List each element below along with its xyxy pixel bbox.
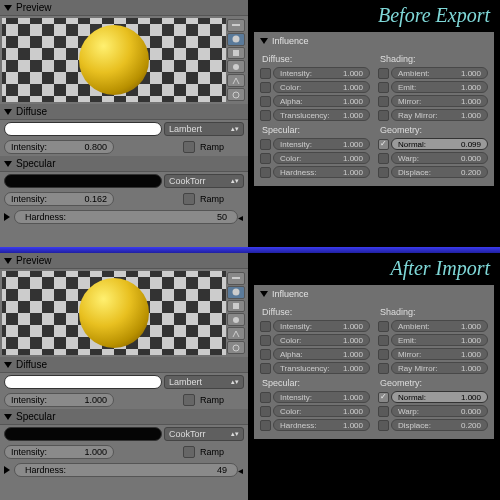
influence-field[interactable]: Alpha:1.000: [273, 348, 370, 360]
diffuse-intensity-field[interactable]: Intensity:0.800: [4, 140, 114, 154]
influence-checkbox[interactable]: [378, 96, 389, 107]
influence-field[interactable]: Normal:1.000: [391, 391, 488, 403]
influence-checkbox[interactable]: [260, 68, 271, 79]
influence-field[interactable]: Translucency:1.000: [273, 109, 370, 121]
influence-field[interactable]: Color:1.000: [273, 334, 370, 346]
influence-checkbox[interactable]: [260, 82, 271, 93]
influence-field[interactable]: Mirror:1.000: [391, 348, 488, 360]
hardness-field[interactable]: Hardness:50: [14, 210, 238, 224]
influence-field[interactable]: Emit:1.000: [391, 334, 488, 346]
influence-field[interactable]: Intensity:1.000: [273, 320, 370, 332]
influence-group-label: Geometry:: [378, 123, 488, 136]
influence-field[interactable]: Intensity:1.000: [273, 67, 370, 79]
influence-checkbox[interactable]: [378, 392, 389, 403]
intensity-label: Intensity:: [11, 142, 84, 152]
monkey-icon[interactable]: [227, 60, 245, 73]
influence-checkbox[interactable]: [260, 392, 271, 403]
influence-field[interactable]: Mirror:1.000: [391, 95, 488, 107]
specular-shader-dropdown[interactable]: CookTorr▴▾: [164, 427, 244, 441]
preview-header[interactable]: Preview: [0, 253, 248, 269]
influence-field[interactable]: Color:1.000: [273, 152, 370, 164]
influence-field[interactable]: Emit:1.000: [391, 81, 488, 93]
influence-field[interactable]: Warp:0.000: [391, 405, 488, 417]
influence-field[interactable]: Normal:0.099: [391, 138, 488, 150]
specular-shader-dropdown[interactable]: CookTorr▴▾: [164, 174, 244, 188]
influence-checkbox[interactable]: [378, 139, 389, 150]
influence-checkbox[interactable]: [260, 167, 271, 178]
influence-checkbox[interactable]: [260, 153, 271, 164]
influence-field[interactable]: Alpha:1.000: [273, 95, 370, 107]
influence-checkbox[interactable]: [260, 139, 271, 150]
influence-field[interactable]: Color:1.000: [273, 405, 370, 417]
cube-icon[interactable]: [227, 47, 245, 60]
influence-checkbox[interactable]: [260, 363, 271, 374]
influence-field[interactable]: Translucency:1.000: [273, 362, 370, 374]
diffuse-header[interactable]: Diffuse: [0, 104, 248, 120]
influence-checkbox[interactable]: [378, 82, 389, 93]
influence-checkbox[interactable]: [378, 406, 389, 417]
diffuse-shader-dropdown[interactable]: Lambert▴▾: [164, 122, 244, 136]
diffuse-color[interactable]: [4, 122, 162, 136]
sky-icon[interactable]: [227, 341, 245, 354]
influence-checkbox[interactable]: [260, 349, 271, 360]
influence-field-value: 1.000: [461, 364, 481, 373]
influence-field[interactable]: Intensity:1.000: [273, 138, 370, 150]
specular-intensity-field[interactable]: Intensity:0.162: [4, 192, 114, 206]
influence-field[interactable]: Ambient:1.000: [391, 320, 488, 332]
specular-color[interactable]: [4, 174, 162, 188]
hair-icon[interactable]: [227, 327, 245, 340]
chevron-right-icon[interactable]: [4, 466, 10, 474]
influence-field[interactable]: Intensity:1.000: [273, 391, 370, 403]
specular-intensity-field[interactable]: Intensity:1.000: [4, 445, 114, 459]
diffuse-color[interactable]: [4, 375, 162, 389]
preview-header[interactable]: Preview: [0, 0, 248, 16]
influence-field[interactable]: Ray Mirror:1.000: [391, 109, 488, 121]
influence-checkbox[interactable]: [378, 321, 389, 332]
influence-checkbox[interactable]: [260, 420, 271, 431]
influence-field[interactable]: Hardness:1.000: [273, 419, 370, 431]
diffuse-shader-dropdown[interactable]: Lambert▴▾: [164, 375, 244, 389]
hair-icon[interactable]: [227, 74, 245, 87]
influence-checkbox[interactable]: [260, 335, 271, 346]
influence-field[interactable]: Hardness:1.000: [273, 166, 370, 178]
influence-checkbox[interactable]: [260, 96, 271, 107]
influence-checkbox[interactable]: [260, 110, 271, 121]
specular-ramp-check[interactable]: [183, 446, 195, 458]
influence-field-value: 1.000: [343, 407, 363, 416]
diffuse-intensity-field[interactable]: Intensity:1.000: [4, 393, 114, 407]
influence-field[interactable]: Ray Mirror:1.000: [391, 362, 488, 374]
specular-header[interactable]: Specular: [0, 409, 248, 425]
influence-field[interactable]: Color:1.000: [273, 81, 370, 93]
specular-header[interactable]: Specular: [0, 156, 248, 172]
monkey-icon[interactable]: [227, 313, 245, 326]
flat-icon[interactable]: [227, 19, 245, 32]
influence-row: Ambient:1.000: [378, 320, 488, 332]
influence-checkbox[interactable]: [378, 68, 389, 79]
chevron-right-icon[interactable]: [4, 213, 10, 221]
influence-field[interactable]: Warp:0.000: [391, 152, 488, 164]
specular-ramp-check[interactable]: [183, 193, 195, 205]
influence-checkbox[interactable]: [260, 321, 271, 332]
sphere-icon[interactable]: [227, 286, 245, 299]
influence-checkbox[interactable]: [260, 406, 271, 417]
influence-checkbox[interactable]: [378, 110, 389, 121]
influence-checkbox[interactable]: [378, 153, 389, 164]
sphere-icon[interactable]: [227, 33, 245, 46]
influence-field[interactable]: Ambient:1.000: [391, 67, 488, 79]
influence-checkbox[interactable]: [378, 167, 389, 178]
cube-icon[interactable]: [227, 300, 245, 313]
sky-icon[interactable]: [227, 88, 245, 101]
influence-checkbox[interactable]: [378, 363, 389, 374]
influence-field[interactable]: Displace:0.200: [391, 166, 488, 178]
influence-field[interactable]: Displace:0.200: [391, 419, 488, 431]
diffuse-ramp-check[interactable]: [183, 394, 195, 406]
hardness-field[interactable]: Hardness:49: [14, 463, 238, 477]
influence-checkbox[interactable]: [378, 420, 389, 431]
preview-label: Preview: [16, 255, 52, 266]
specular-color[interactable]: [4, 427, 162, 441]
flat-icon[interactable]: [227, 272, 245, 285]
diffuse-header[interactable]: Diffuse: [0, 357, 248, 373]
diffuse-ramp-check[interactable]: [183, 141, 195, 153]
influence-checkbox[interactable]: [378, 335, 389, 346]
influence-checkbox[interactable]: [378, 349, 389, 360]
